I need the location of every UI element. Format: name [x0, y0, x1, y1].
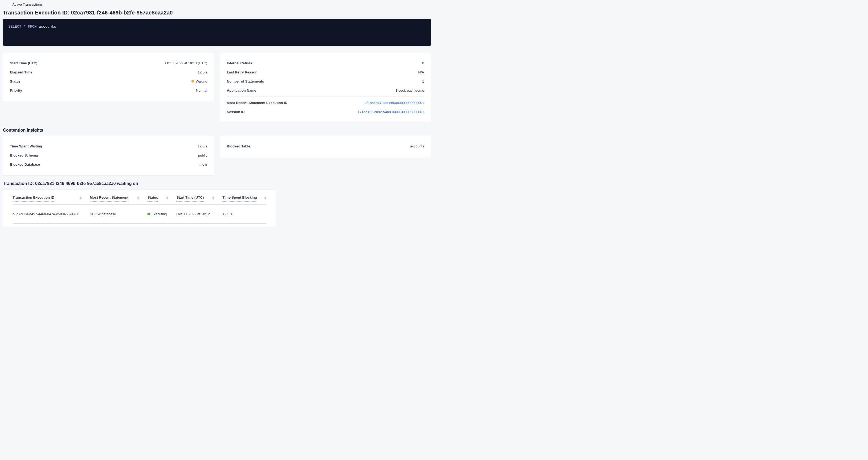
contention-card-right: Blocked Table accounts [220, 136, 431, 158]
column-label-transaction-execution-id[interactable]: Transaction Execution ID [12, 196, 54, 202]
column-header-transaction-execution-id: Transaction Execution ID [12, 196, 90, 202]
transaction-details-page: ← Active Transactions Transaction Execut… [0, 0, 434, 227]
last-retry-reason-row: Last Retry Reason N/A [227, 67, 424, 77]
executing-status-dot-icon [148, 213, 150, 215]
application-name-label: Application Name [227, 88, 256, 92]
priority-label: Priority [10, 88, 22, 92]
status-row: Status Waiting [10, 77, 207, 86]
elapsed-time-value: 12.5 s [198, 70, 207, 74]
number-of-statements-value: 1 [422, 79, 424, 83]
blocked-table-value: accounts [410, 144, 424, 148]
column-header-time-spent-blocking: Time Spent Blocking [222, 196, 267, 202]
executing-status-text: Executing [151, 212, 167, 216]
column-label-status[interactable]: Status [148, 196, 158, 202]
priority-value: Normal [196, 88, 207, 92]
sql-keyword-select: SELECT [8, 25, 22, 29]
session-id-row: Session ID 171aa122-c092-54b8-0000-00000… [227, 107, 424, 116]
sql-keyword-from: FROM [28, 25, 36, 29]
session-id-link[interactable]: 171aa122-c092-54b8-0000-000000000001 [358, 110, 424, 114]
page-title: Transaction Execution ID: 02ca7931-f246-… [3, 10, 431, 15]
statement-execution-id-label: Most Recent Statement Execution ID [227, 101, 287, 105]
status-text: Waiting [196, 79, 207, 83]
waiting-on-table-header: Transaction Execution ID Most Recent Sta… [12, 189, 267, 205]
sql-statement-box: SELECT * FROM accounts [3, 19, 431, 46]
elapsed-time-row: Elapsed Time 12.5 s [10, 67, 207, 77]
sort-icon[interactable] [212, 196, 214, 200]
blocked-schema-row: Blocked Schema public [10, 151, 207, 160]
summary-cards-row: Start Time (UTC) Oct 3, 2022 at 18:13 (U… [3, 53, 431, 122]
contention-cards-row: Time Spent Waiting 12.5 s Blocked Schema… [3, 136, 431, 176]
blocked-database-label: Blocked Database [10, 162, 40, 166]
column-label-time-spent-blocking[interactable]: Time Spent Blocking [222, 196, 257, 202]
time-spent-waiting-label: Time Spent Waiting [10, 144, 42, 148]
last-retry-reason-label: Last Retry Reason [227, 70, 257, 74]
blocked-database-row: Blocked Database movr [10, 160, 207, 169]
summary-card-left: Start Time (UTC) Oct 3, 2022 at 18:13 (U… [3, 53, 214, 102]
table-row: b8d7d03a-d497-446b-8474-e50846674768 SHO… [12, 205, 267, 223]
contention-insights-heading: Contention Insights [3, 128, 431, 132]
status-label: Status [10, 79, 21, 83]
blocked-schema-label: Blocked Schema [10, 153, 38, 157]
sql-star: * [22, 25, 28, 29]
start-time-value: Oct 3, 2022 at 18:13 (UTC) [165, 61, 207, 65]
number-of-statements-row: Number of Statements 1 [227, 77, 424, 86]
cell-start-time: Oct 03, 2022 at 18:12 [176, 212, 222, 216]
blocked-table-row: Blocked Table accounts [227, 142, 424, 151]
priority-row: Priority Normal [10, 86, 207, 95]
cell-status: Executing [148, 212, 176, 216]
start-time-label: Start Time (UTC) [10, 61, 37, 65]
blocked-database-value: movr [199, 162, 207, 166]
column-label-start-time[interactable]: Start Time (UTC) [176, 196, 204, 202]
contention-card-left: Time Spent Waiting 12.5 s Blocked Schema… [3, 136, 214, 176]
column-header-start-time: Start Time (UTC) [176, 196, 222, 202]
cell-most-recent-statement: SHOW database [90, 212, 148, 216]
statement-execution-id-row: Most Recent Statement Execution ID 171aa… [227, 98, 424, 107]
blocked-schema-value: public [198, 153, 207, 157]
status-value: Waiting [191, 79, 207, 83]
cell-time-spent-blocking: 12.5 s [222, 212, 267, 216]
internal-retries-row: Internal Retries 0 [227, 58, 424, 67]
start-time-row: Start Time (UTC) Oct 3, 2022 at 18:13 (U… [10, 58, 207, 67]
application-name-row: Application Name $ cockroach demo [227, 86, 424, 95]
time-spent-waiting-row: Time Spent Waiting 12.5 s [10, 142, 207, 151]
waiting-on-heading: Transaction ID: 02ca7931-f246-469b-b2fe-… [3, 182, 431, 186]
sort-icon[interactable] [137, 196, 140, 200]
sql-table-name: accounts [36, 25, 56, 29]
breadcrumb-active-transactions[interactable]: ← Active Transactions [6, 2, 431, 6]
number-of-statements-label: Number of Statements [227, 79, 264, 83]
internal-retries-value: 0 [422, 61, 424, 65]
back-arrow-icon: ← [6, 2, 10, 6]
elapsed-time-label: Elapsed Time [10, 70, 32, 74]
column-header-most-recent-statement: Most Recent Statement [90, 196, 148, 202]
blocked-table-label: Blocked Table [227, 144, 250, 148]
summary-card-right: Internal Retries 0 Last Retry Reason N/A… [220, 53, 431, 122]
sort-icon[interactable] [166, 196, 168, 200]
sort-icon[interactable] [264, 196, 267, 200]
column-header-status: Status [148, 196, 176, 202]
time-spent-waiting-value: 12.5 s [198, 144, 207, 148]
statement-execution-id-link[interactable]: 171aa1b478fdf0e80000000000000001 [364, 101, 424, 105]
waiting-on-table: Transaction Execution ID Most Recent Sta… [3, 189, 276, 227]
application-name-value: $ cockroach demo [396, 88, 424, 92]
cell-transaction-execution-id: b8d7d03a-d497-446b-8474-e50846674768 [12, 212, 90, 216]
session-id-label: Session ID [227, 110, 245, 114]
sort-icon[interactable] [80, 196, 82, 200]
breadcrumb-label: Active Transactions [12, 2, 42, 6]
column-label-most-recent-statement[interactable]: Most Recent Statement [90, 196, 128, 202]
internal-retries-label: Internal Retries [227, 61, 252, 65]
last-retry-reason-value: N/A [418, 70, 424, 74]
waiting-status-dot-icon [191, 80, 194, 83]
